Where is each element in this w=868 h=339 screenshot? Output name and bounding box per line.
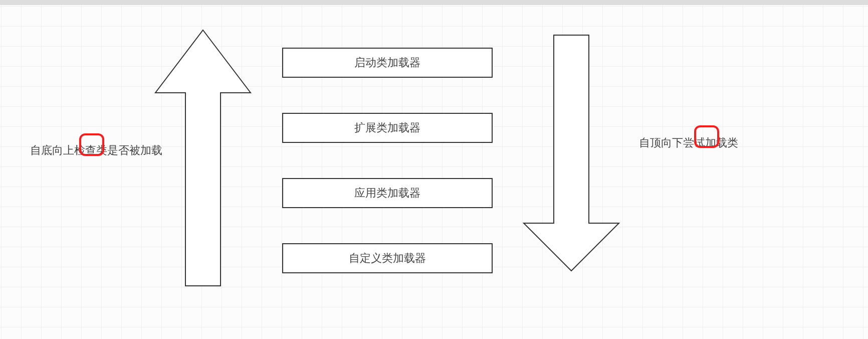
right-caption: 自顶向下尝试加载类 [639,135,738,150]
diagram-canvas: 自底向上检查类是否被加载 自顶向下尝试加载类 启动类加载器 扩展类加载器 应用类… [0,5,868,339]
custom-classloader-box: 自定义类加载器 [282,243,493,273]
application-classloader-label: 应用类加载器 [354,186,420,201]
bootstrap-classloader-box: 启动类加载器 [282,48,493,78]
svg-marker-1 [524,35,619,271]
highlight-marker-left [79,133,104,156]
extension-classloader-box: 扩展类加载器 [282,113,493,143]
custom-classloader-label: 自定义类加载器 [349,251,426,266]
arrow-down-icon [521,33,621,273]
bootstrap-classloader-label: 启动类加载器 [354,55,420,70]
application-classloader-box: 应用类加载器 [282,178,493,208]
extension-classloader-label: 扩展类加载器 [354,120,420,135]
highlight-marker-right [694,125,719,148]
top-bar [0,0,868,5]
arrow-up-icon [153,28,253,288]
svg-marker-0 [155,30,251,286]
